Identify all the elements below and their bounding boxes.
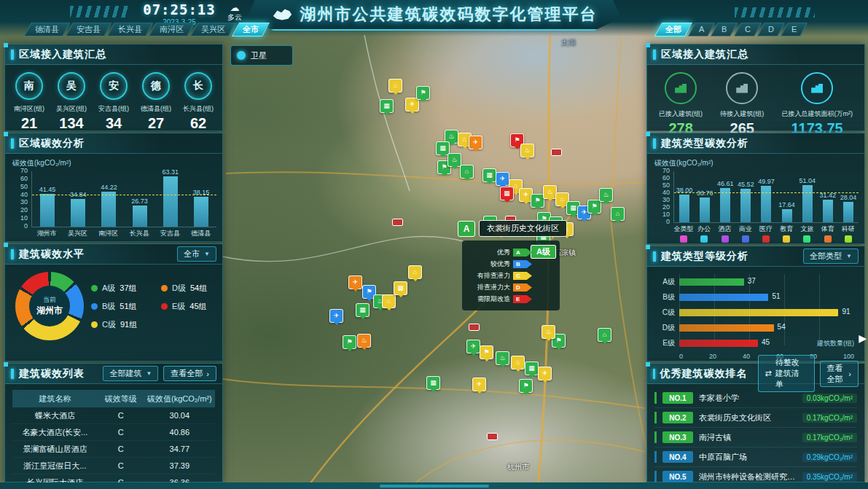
building-marker[interactable]: ♨: [496, 351, 509, 365]
header-decor-stripes-left: [70, 6, 128, 17]
region-label: 安吉县(组): [98, 104, 129, 114]
bar-value-label: 51.04: [799, 177, 816, 184]
building-marker[interactable]: ▦: [380, 99, 394, 113]
table-cell: 景澜富硒山居酒店: [12, 444, 98, 455]
access-stat: 已接入总建筑面积(万m²)1173.75: [781, 72, 853, 137]
tab-D[interactable]: D: [757, 23, 785, 36]
building-marker[interactable]: ⌂: [611, 207, 625, 221]
体育-icon: [824, 235, 832, 243]
all-types-dropdown[interactable]: 全部类型 ▼: [803, 249, 859, 264]
view-all-button[interactable]: 查看全部 ›: [163, 366, 216, 381]
building-marker[interactable]: ⚑: [519, 379, 533, 393]
level-legend-item: D级54组: [161, 283, 218, 294]
grade-tag-icon: C: [513, 272, 532, 280]
y-tick: 10: [662, 211, 670, 218]
building-marker[interactable]: ⌂: [382, 294, 396, 308]
panel-collapse-arrow[interactable]: ▶: [859, 332, 867, 344]
region-value: 62: [190, 115, 206, 132]
building-marker[interactable]: ▦: [500, 187, 514, 200]
building-marker[interactable]: ♨: [520, 144, 534, 157]
ranking-row[interactable]: NO.1李家巷小学0.03kgCO₂/m²: [654, 388, 857, 408]
building-marker[interactable]: ▦: [426, 376, 440, 390]
table-row[interactable]: 景澜富硒山居酒店C34.77: [12, 441, 215, 458]
building-marker[interactable]: ✈: [472, 377, 486, 391]
bar-value-label: 49.97: [758, 178, 775, 185]
donut-center-top: 当前: [43, 295, 56, 305]
building-marker[interactable]: ▦: [525, 361, 539, 375]
酒店-icon: [722, 235, 729, 243]
tab-全市[interactable]: 全市: [232, 23, 270, 36]
building-marker[interactable]: ♨: [541, 325, 555, 339]
ranking-row[interactable]: NO.4中原百脑广场0.29kgCO₂/m²: [654, 447, 857, 467]
building-marker[interactable]: ⚑: [343, 335, 356, 349]
building-marker[interactable]: ♨: [357, 334, 371, 348]
page-title: 湖州市公共建筑碳效码数字化管理平台: [300, 4, 598, 26]
building-marker[interactable]: ♨: [447, 153, 461, 167]
grade-bar: [679, 324, 774, 332]
table-row[interactable]: 名豪大酒店(长安...C40.86: [12, 424, 215, 441]
building-marker[interactable]: ⌂: [460, 165, 474, 179]
legend-label: A级: [102, 283, 115, 294]
building-marker[interactable]: ✈: [466, 340, 480, 353]
column-header: 建筑名称: [12, 394, 98, 404]
table-row[interactable]: 蝶米大酒店C30.04: [12, 407, 215, 424]
category-icon: [797, 235, 817, 243]
building-marker[interactable]: ▦: [482, 168, 496, 182]
building-marker[interactable]: ✈: [469, 136, 482, 149]
city-dropdown[interactable]: 全市 ▼: [177, 246, 216, 262]
ranking-row[interactable]: NO.3南浔古镇0.17kgCO₂/m²: [654, 428, 857, 447]
road-shield-icon: [551, 149, 562, 156]
region-stat: 德德清县(组)27: [136, 72, 176, 132]
table-cell: 30.04: [144, 411, 215, 420]
legend-row: 需限期改造E: [466, 294, 555, 304]
tab-南浔区[interactable]: 南浔区: [149, 23, 195, 36]
region-badge-icon: 安: [100, 72, 128, 100]
bar-科研: 28.04: [838, 194, 859, 222]
tab-长兴县[interactable]: 长兴县: [107, 23, 153, 36]
building-marker[interactable]: ⚑: [416, 86, 430, 100]
legend-label: 排查潜力大: [477, 283, 510, 292]
ranking-row[interactable]: NO.2衣裳街历史文化街区0.17kgCO₂/m²: [654, 408, 857, 428]
building-marker[interactable]: ▦: [356, 303, 370, 317]
table-row[interactable]: 浙江皇冠假日大...C37.39: [12, 458, 215, 474]
tab-吴兴区[interactable]: 吴兴区: [190, 23, 236, 36]
grade-bar-row: B级51: [656, 289, 854, 305]
tab-安吉县[interactable]: 安吉县: [66, 23, 112, 36]
building-marker[interactable]: ▦: [394, 281, 407, 295]
panel-title: 建筑类型碳效分析: [661, 137, 748, 150]
level-legend-item: E级45组: [161, 301, 218, 312]
building-marker[interactable]: ⌂: [598, 328, 611, 342]
x-tick-label: 长兴县: [124, 229, 155, 238]
legend-dot-icon: [91, 303, 98, 310]
building-marker[interactable]: ⌂: [511, 356, 525, 369]
panel-building-list: 建筑碳效列表 全部建筑 ▼ 查看全部 › 建筑名称碳效等级碳效值(kgCO₂/m…: [4, 363, 223, 482]
legend-label: 优秀: [497, 248, 510, 257]
weather: ☁ 多云: [227, 4, 242, 23]
building-marker[interactable]: ✈: [348, 275, 362, 289]
tab-德清县[interactable]: 德清县: [24, 23, 70, 36]
rectify-list-button[interactable]: ⇄ 待整改建筑清单: [758, 355, 815, 392]
building-marker[interactable]: ✈: [329, 309, 343, 323]
legend-label: 需限期改造: [477, 294, 510, 304]
bar-value-label: 33.76: [697, 189, 713, 197]
building-marker[interactable]: ⚑: [587, 200, 601, 214]
building-marker[interactable]: ⚑: [480, 345, 493, 359]
region-stat: 南南浔区(组)21: [9, 72, 50, 132]
category-icon: [838, 235, 859, 243]
tab-全部[interactable]: 全部: [654, 23, 692, 36]
view-all-button[interactable]: 查看全部 ›: [820, 361, 859, 387]
table-cell: C: [98, 428, 144, 437]
building-marker[interactable]: ⌂: [388, 79, 402, 93]
region-badge-icon: 德: [142, 72, 170, 100]
building-type-dropdown[interactable]: 全部建筑 ▼: [103, 366, 158, 381]
building-marker[interactable]: ✈: [538, 367, 552, 380]
grade-label: E级: [656, 338, 675, 348]
satellite-toggle[interactable]: 卫星: [230, 45, 293, 66]
building-marker[interactable]: ⌂: [408, 265, 422, 279]
legend-count: 45组: [189, 301, 206, 312]
building-marker[interactable]: ♨: [599, 188, 613, 202]
building-marker[interactable]: ✈: [496, 172, 509, 186]
tab-E[interactable]: E: [781, 23, 808, 36]
region-label: 长兴县(组): [183, 104, 214, 114]
title-accent: [653, 50, 656, 60]
